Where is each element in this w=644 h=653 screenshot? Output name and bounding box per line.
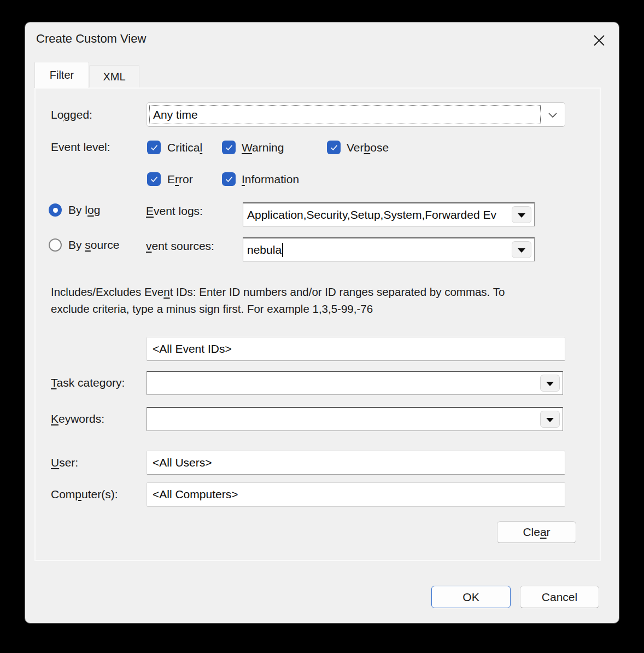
tab-xml[interactable]: XML (89, 65, 139, 88)
label-text: vent logs: (154, 205, 203, 217)
warning-checkbox[interactable] (222, 141, 236, 154)
label-accelerator: l (200, 141, 203, 154)
focus-marquee: Any time (149, 105, 541, 124)
label-accelerator: v (146, 240, 152, 252)
label-text: uter(s): (81, 488, 118, 500)
dropdown-arrow-icon (546, 382, 554, 386)
label-accelerator: b (364, 141, 371, 154)
label-accelerator: p (75, 488, 81, 500)
computers-value: <All Computers> (153, 488, 238, 501)
critical-checkbox[interactable] (147, 141, 161, 154)
event-logs-combobox[interactable]: Application,Security,Setup,System,Forwar… (243, 202, 535, 226)
label-text: Critica (167, 141, 200, 154)
label-text: Lo (51, 108, 63, 121)
label-text: By (68, 238, 85, 251)
event-sources-dropdown-button[interactable] (512, 241, 531, 258)
logged-label: Logged: (51, 108, 92, 121)
label-text: nformation (245, 173, 299, 185)
label-accelerator: r (175, 173, 179, 185)
check-icon (150, 175, 159, 184)
label-text: ask category: (57, 376, 125, 389)
by-source-radio-label: By source (68, 238, 119, 252)
tab-filter[interactable]: Filter (34, 62, 89, 88)
tab-xml-label: XML (103, 71, 125, 83)
task-category-combobox[interactable] (147, 371, 563, 395)
label-text: E (167, 173, 175, 185)
label-accelerator: K (51, 412, 58, 425)
keywords-label: Keywords: (51, 412, 104, 425)
button-accelerator: a (540, 526, 547, 538)
label-text: g (94, 203, 101, 216)
cancel-button[interactable]: Cancel (520, 586, 599, 608)
dropdown-arrow-icon (518, 248, 525, 253)
computers-input[interactable]: <All Computers> (147, 482, 565, 506)
user-input[interactable]: <All Users> (147, 451, 565, 475)
by-log-radio-label: By log (68, 203, 100, 217)
event-logs-dropdown-button[interactable] (512, 206, 531, 223)
user-label: User: (51, 456, 78, 469)
chevron-down-icon (548, 110, 558, 119)
event-level-label: Event level: (51, 141, 110, 154)
user-value: <All Users> (153, 456, 212, 469)
event-sources-label: vent sources: (146, 240, 214, 253)
tab-filter-label: Filter (50, 69, 74, 81)
radio-dot (53, 208, 58, 213)
task-category-value (147, 372, 537, 394)
clear-button[interactable]: Clear (497, 521, 576, 543)
label-accelerator: o (87, 203, 94, 216)
label-text: ror (179, 173, 193, 185)
by-log-radio[interactable] (49, 203, 62, 217)
keywords-dropdown-button[interactable] (540, 411, 560, 428)
desc-text-line2: exclude criteria, type a minus sign firs… (51, 302, 373, 315)
label-text: Ver (347, 141, 364, 154)
label-text: ent sources: (152, 240, 214, 252)
warning-checkbox-label: Warning (242, 141, 284, 154)
check-icon (225, 143, 233, 152)
by-source-radio[interactable] (49, 238, 62, 252)
button-text: OK (462, 591, 479, 603)
logged-value: Any time (153, 108, 198, 121)
verbose-checkbox-label: Verbose (347, 141, 389, 154)
close-icon (592, 33, 606, 48)
create-custom-view-dialog: Create Custom View Filter XML Logged: An… (25, 22, 619, 623)
event-ids-description: Includes/Excludes Event IDs: Enter ID nu… (51, 283, 571, 317)
button-text: Cle (523, 526, 540, 538)
label-accelerator: g (63, 108, 70, 121)
label-accelerator: E (146, 205, 154, 217)
label-text: ged: (70, 108, 92, 121)
label-text: ose (370, 141, 389, 154)
task-category-label: Task category: (51, 376, 125, 389)
error-checkbox[interactable] (147, 172, 161, 186)
dropdown-arrow-icon (546, 418, 554, 422)
keywords-value (147, 408, 537, 430)
verbose-checkbox[interactable] (327, 141, 341, 154)
event-sources-value: nebula (243, 238, 509, 261)
task-category-dropdown-button[interactable] (540, 375, 560, 392)
event-ids-value: <All Event IDs> (153, 342, 232, 355)
event-ids-input[interactable]: <All Event IDs> (147, 337, 565, 361)
desc-text: Includes/Excludes Eve (51, 285, 163, 298)
information-checkbox-label: Information (242, 173, 299, 186)
close-button[interactable] (586, 28, 612, 53)
logged-combobox[interactable]: Any time (147, 102, 565, 127)
label-text: eywords: (58, 412, 104, 425)
ok-button[interactable]: OK (431, 586, 511, 608)
label-accelerator: U (51, 456, 59, 469)
label-accelerator: T (51, 376, 57, 389)
label-text: Com (51, 488, 75, 500)
label-accelerator: W (242, 141, 252, 154)
keywords-combobox[interactable] (147, 407, 563, 431)
label-accelerator: s (85, 238, 91, 251)
check-icon (150, 143, 159, 152)
event-sources-combobox[interactable]: nebula (243, 237, 535, 261)
button-text: Cancel (542, 591, 577, 603)
label-text: ser: (59, 456, 78, 469)
desc-text: t IDs: Enter ID numbers and/or ID ranges… (170, 285, 505, 298)
information-checkbox[interactable] (222, 172, 236, 186)
event-sources-text: nebula (247, 243, 282, 256)
desc-accelerator: n (163, 285, 169, 298)
critical-checkbox-label: Critical (167, 141, 202, 154)
event-logs-label: Event logs: (146, 205, 203, 218)
check-icon (330, 143, 338, 152)
check-icon (225, 175, 233, 184)
